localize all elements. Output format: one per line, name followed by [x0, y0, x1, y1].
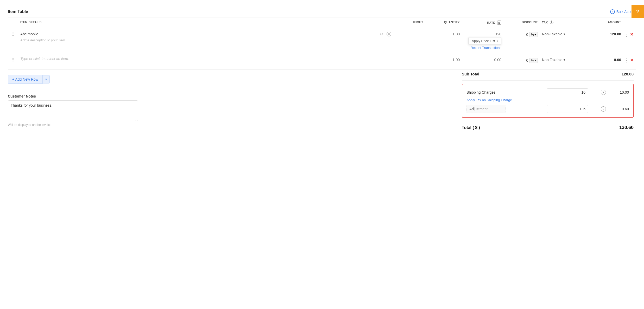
delete-row-btn-1[interactable]: ✕ — [630, 32, 633, 37]
shipping-label: Shipping Charges — [466, 90, 545, 94]
sub-total-row: Sub Total 120.00 — [462, 70, 634, 81]
rate-val-2[interactable]: 0.00 — [494, 58, 501, 62]
table-row: ⠿ Type or click to select an item. 1.00 … — [8, 54, 636, 70]
apply-price-list-label: Apply Price List — [472, 39, 495, 43]
adjustment-label-input[interactable] — [466, 105, 506, 113]
item-name-row-2: Type or click to select an item. — [20, 57, 392, 61]
tax-info-icon: i — [550, 21, 553, 24]
more-actions-btn-1[interactable]: ⋮ — [624, 32, 629, 37]
apply-price-list-dropdown[interactable]: Apply Price List ▾ — [468, 37, 501, 45]
customer-notes-section: Customer Notes Will be displayed on the … — [8, 94, 138, 127]
add-row-area: + Add New Row ▾ — [8, 70, 459, 89]
amount-val-1: 120.00 — [610, 32, 621, 36]
col-rate: RATE ⊞ — [462, 20, 503, 26]
apply-tax-on-shipping-link[interactable]: Apply Tax on Shipping Charge — [466, 98, 512, 102]
discount-type-btn-1[interactable]: % ▾ — [529, 32, 538, 37]
sub-total-label: Sub Total — [462, 72, 479, 76]
shipping-amount: 10.00 — [613, 90, 629, 94]
lower-section: + Add New Row ▾ Customer Notes Will be d… — [8, 70, 636, 140]
col-quantity: QUANTITY — [425, 20, 462, 26]
main-content: Item Table ✓ Bulk Actions ITEM DETAILS H… — [0, 0, 644, 145]
tax-val-2: Non-Taxable — [542, 58, 563, 62]
totals-inner: Sub Total 120.00 Shipping Charges ? 10.0… — [459, 70, 636, 132]
more-actions-btn-2[interactable]: ⋮ — [624, 58, 629, 63]
discount-val-2[interactable]: 0 — [526, 58, 528, 62]
adjustment-help-icon[interactable]: ? — [601, 106, 606, 112]
circle-check-icon: ✓ — [610, 9, 615, 14]
height-cell-2 — [394, 57, 425, 59]
discount-chevron-icon-1: ▾ — [534, 33, 536, 36]
item-placeholder-2[interactable]: Type or click to select an item. — [20, 57, 69, 61]
tax-cell-1: Non-Taxable ▾ — [540, 31, 592, 37]
tax-chevron-icon-1: ▾ — [564, 32, 565, 36]
right-lower: Sub Total 120.00 Shipping Charges ? 10.0… — [459, 70, 636, 132]
shipping-adjustment-box: Shipping Charges ? 10.00 Apply Tax on Sh… — [462, 84, 634, 118]
help-icon: ? — [636, 9, 639, 15]
shipping-input[interactable] — [547, 88, 588, 96]
rate-cell-1: 120 Apply Price List ▾ Recent Transactio… — [462, 31, 503, 51]
customer-notes-label: Customer Notes — [8, 94, 138, 98]
amount-cell-2: 0.00 — [592, 57, 623, 63]
help-button[interactable]: ? — [632, 5, 644, 18]
discount-val-1[interactable]: 0 — [526, 33, 528, 37]
total-row: Total ( $ ) 130.60 — [462, 121, 634, 132]
col-discount: DISCOUNT — [503, 20, 540, 26]
row-actions-1: ⋮ ✕ — [623, 31, 636, 38]
delete-row-btn-2[interactable]: ✕ — [630, 58, 633, 63]
drag-handle[interactable]: ⠿ — [8, 31, 18, 37]
quantity-val-2: 1.00 — [453, 58, 460, 62]
tax-val-1: Non-Taxable — [542, 32, 563, 36]
close-circle-icon: ✕ — [387, 32, 391, 36]
item-details-cell: Abc mobile ☺ ✕ Add a description to your… — [18, 31, 394, 42]
col-item-details: ITEM DETAILS — [18, 20, 394, 26]
quantity-val-1: 1.00 — [453, 32, 460, 36]
col-height: HEIGHT — [394, 20, 425, 26]
shipping-help-icon[interactable]: ? — [601, 90, 606, 95]
quantity-cell-1[interactable]: 1.00 — [425, 31, 462, 37]
discount-cell-2: 0 % ▾ — [503, 57, 540, 64]
col-amount: AMOUNT — [592, 20, 623, 26]
item-table-header: Item Table ✓ Bulk Actions — [8, 5, 636, 17]
drag-handle-2[interactable]: ⠿ — [8, 57, 18, 63]
smiley-icon: ☺ — [380, 32, 384, 36]
close-icon-btn[interactable]: ✕ — [386, 31, 392, 37]
tax-dropdown-1[interactable]: Non-Taxable ▾ — [542, 32, 565, 36]
item-name: Abc mobile — [20, 32, 38, 36]
quantity-cell-2[interactable]: 1.00 — [425, 57, 462, 63]
recent-transactions-link[interactable]: Recent Transactions — [470, 45, 501, 50]
col-drag — [8, 20, 18, 26]
adjustment-row: ? 0.60 — [466, 105, 629, 113]
table-column-headers: ITEM DETAILS HEIGHT QUANTITY RATE ⊞ DISC… — [8, 17, 636, 28]
customer-notes-hint: Will be displayed on the invoice — [8, 123, 138, 127]
row-actions-2: ⋮ ✕ — [623, 57, 636, 64]
height-cell-1 — [394, 31, 425, 33]
tax-dropdown-2[interactable]: Non-Taxable ▾ — [542, 58, 565, 62]
left-lower: + Add New Row ▾ Customer Notes Will be d… — [8, 70, 459, 127]
discount-chevron-icon-2: ▾ — [534, 59, 536, 62]
item-name-row: Abc mobile ☺ ✕ — [20, 31, 392, 37]
chevron-down-icon: ▾ — [497, 40, 498, 42]
rate-cell-2: 0.00 — [462, 57, 503, 63]
item-table-title: Item Table — [8, 9, 28, 14]
page-wrapper: ? Item Table ✓ Bulk Actions ITEM DETAILS… — [0, 0, 644, 309]
total-value: 130.60 — [619, 125, 634, 130]
rate-val-1[interactable]: 120 — [495, 32, 501, 36]
discount-type-label-2: % — [531, 59, 534, 62]
discount-type-btn-2[interactable]: % ▾ — [529, 58, 538, 63]
adjustment-input[interactable] — [547, 105, 588, 113]
discount-cell-1: 0 % ▾ — [503, 31, 540, 38]
add-new-row-button[interactable]: + Add New Row — [8, 75, 43, 84]
item-details-cell-2: Type or click to select an item. — [18, 57, 394, 61]
rate-info-icon: ⊞ — [497, 21, 501, 25]
item-icons: ☺ ✕ — [378, 31, 392, 37]
tax-cell-2: Non-Taxable ▾ — [540, 57, 592, 63]
sub-total-value: 120.00 — [622, 72, 634, 76]
smiley-icon-btn[interactable]: ☺ — [378, 31, 385, 37]
amount-val-2: 0.00 — [614, 58, 621, 62]
add-new-row-label: + Add New Row — [12, 77, 38, 81]
total-label: Total ( $ ) — [462, 125, 480, 130]
tax-chevron-icon-2: ▾ — [564, 58, 565, 62]
add-row-dropdown-button[interactable]: ▾ — [43, 75, 50, 83]
customer-notes-input[interactable] — [8, 100, 138, 121]
apply-tax-area: Apply Tax on Shipping Charge — [466, 98, 629, 105]
